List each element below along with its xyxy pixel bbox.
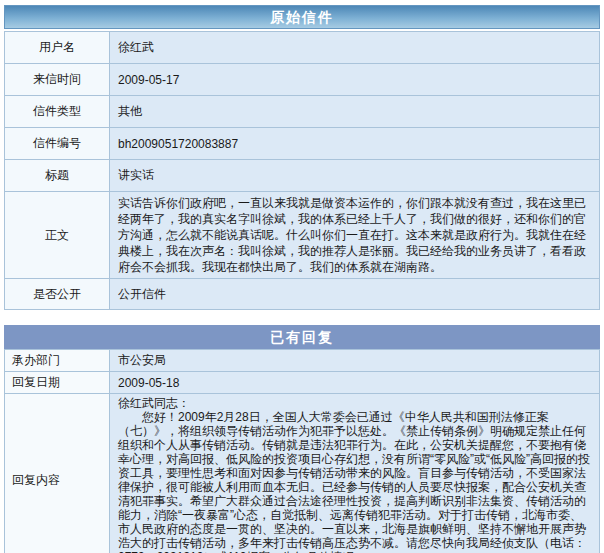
field-label-department: 承办部门 [5,350,110,372]
field-label-letter-body: 正文 [5,192,110,279]
original-letter-title: 原始信件 [4,5,600,29]
reply-table: 承办部门 市公安局 回复日期 2009-05-18 回复内容 徐红武同志： 您好… [4,349,600,553]
field-value-letter-date: 2009-05-17 [110,64,600,96]
field-label-letter-type: 信件类型 [5,96,110,128]
row-public-flag: 是否公开 公开信件 [5,279,600,310]
field-value-public-flag: 公开信件 [110,279,600,310]
field-value-letter-body: 实话告诉你们政府吧，一直以来我就是做资本运作的，你们跟本就没有查过，我在这里已经… [110,192,600,279]
original-letter-section: 原始信件 用户名 徐红武 来信时间 2009-05-17 信件类型 其他 信件编… [4,5,600,310]
row-subject: 标题 讲实话 [5,160,600,192]
original-letter-table: 用户名 徐红武 来信时间 2009-05-17 信件类型 其他 信件编号 bh2… [4,31,600,310]
field-value-reply-date: 2009-05-18 [110,372,600,394]
field-label-letter-date: 来信时间 [5,64,110,96]
row-department: 承办部门 市公安局 [5,350,600,372]
reply-title: 已有回复 [4,325,600,349]
field-label-public-flag: 是否公开 [5,279,110,310]
row-letter-id: 信件编号 bh2009051720083887 [5,128,600,160]
row-letter-type: 信件类型 其他 [5,96,600,128]
row-letter-body: 正文 实话告诉你们政府吧，一直以来我就是做资本运作的，你们跟本就没有查过，我在这… [5,192,600,279]
field-value-reply-content: 徐红武同志： 您好！2009年2月28日，全国人大常委会已通过《中华人民共和国刑… [110,394,600,553]
field-label-subject: 标题 [5,160,110,192]
field-value-username: 徐红武 [110,32,600,64]
field-value-letter-id: bh2009051720083887 [110,128,600,160]
field-label-letter-id: 信件编号 [5,128,110,160]
field-label-username: 用户名 [5,32,110,64]
letter-detail-page: 原始信件 用户名 徐红武 来信时间 2009-05-17 信件类型 其他 信件编… [0,0,604,553]
field-label-reply-content: 回复内容 [5,394,110,553]
row-reply-content: 回复内容 徐红武同志： 您好！2009年2月28日，全国人大常委会已通过《中华人… [5,394,600,553]
field-label-reply-date: 回复日期 [5,372,110,394]
field-value-letter-type: 其他 [110,96,600,128]
row-letter-date: 来信时间 2009-05-17 [5,64,600,96]
field-value-department: 市公安局 [110,350,600,372]
row-username: 用户名 徐红武 [5,32,600,64]
field-value-subject: 讲实话 [110,160,600,192]
row-reply-date: 回复日期 2009-05-18 [5,372,600,394]
reply-section: 已有回复 承办部门 市公安局 回复日期 2009-05-18 回复内容 徐红武同… [4,325,600,553]
